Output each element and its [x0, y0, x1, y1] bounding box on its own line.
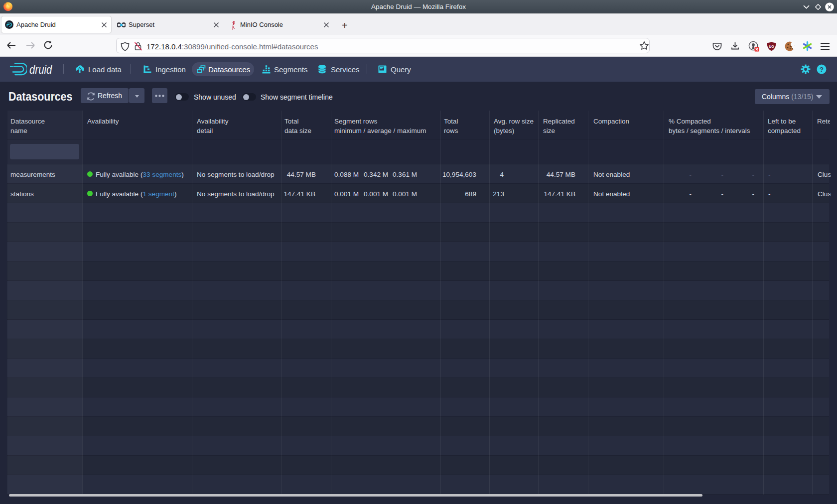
svg-text:UO: UO [769, 45, 774, 48]
svg-text:?: ? [820, 66, 824, 73]
